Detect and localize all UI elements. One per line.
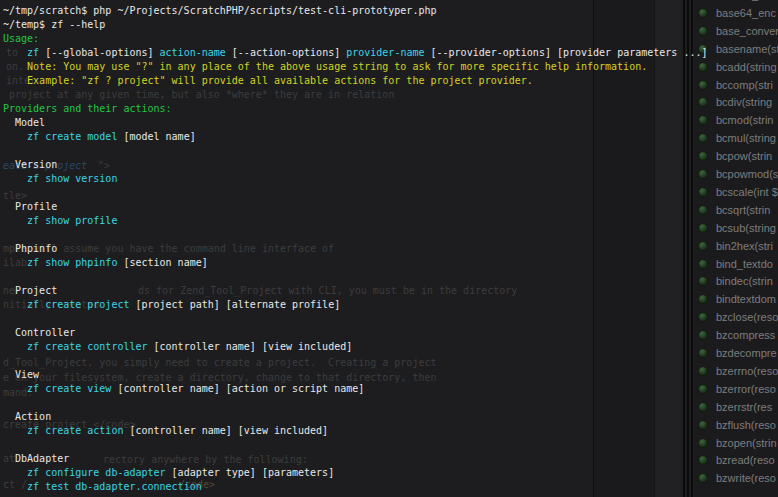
function-name: base_conver	[716, 25, 778, 37]
list-item[interactable]: bcsub(string	[694, 219, 778, 237]
function-name: bzopen(strin	[716, 437, 777, 449]
function-icon	[698, 26, 708, 36]
list-item[interactable]: bcpow(strin	[694, 147, 778, 165]
function-name: base64_enc	[716, 7, 776, 19]
function-list-drawer[interactable]: base64_decbase64_encbase_converbasename(…	[694, 0, 778, 497]
function-icon	[698, 151, 708, 161]
drawer-divider[interactable]	[681, 0, 694, 497]
function-name: bzcompress	[716, 329, 775, 341]
function-name: basename(st	[716, 43, 778, 55]
function-icon	[698, 133, 708, 143]
list-item[interactable]: bccomp(stri	[694, 76, 778, 94]
list-item[interactable]: base64_enc	[694, 4, 778, 22]
list-item[interactable]: bcmod(strin	[694, 111, 778, 129]
function-name: bin2hex(stri	[716, 240, 773, 252]
function-name: bindtextdom	[716, 293, 776, 305]
function-name: bcsub(string	[716, 222, 776, 234]
function-icon	[698, 205, 708, 215]
function-name: bcsqrt(strin	[716, 204, 770, 216]
function-icon	[698, 276, 708, 286]
list-item[interactable]: bcdiv(string	[694, 93, 778, 111]
list-item[interactable]: bzread(reso	[694, 451, 778, 469]
list-item[interactable]: bindec(strin	[694, 272, 778, 290]
function-icon	[698, 330, 708, 340]
list-item[interactable]: bzopen(strin	[694, 434, 778, 452]
function-name: bcadd(string	[716, 61, 777, 73]
function-icon	[698, 312, 708, 322]
function-icon	[698, 80, 708, 90]
function-icon	[698, 348, 708, 358]
list-item[interactable]: bzerror(reso	[694, 380, 778, 398]
function-name: bzerrstr(res	[716, 401, 772, 413]
function-icon	[698, 259, 708, 269]
function-icon	[698, 115, 708, 125]
divider-line	[687, 0, 689, 497]
list-item[interactable]: bcscale(int $	[694, 183, 778, 201]
function-icon	[698, 384, 708, 394]
function-name: bcdiv(string	[716, 96, 772, 108]
divider-line	[691, 0, 693, 497]
list-item[interactable]: base_conver	[694, 22, 778, 40]
function-icon	[698, 187, 708, 197]
list-item[interactable]: bzclose(reso	[694, 308, 778, 326]
editor-scrollbar-track[interactable]	[654, 0, 682, 497]
function-icon	[698, 62, 708, 72]
screen: base64_decbase64_encbase_converbasename(…	[0, 0, 778, 497]
list-item[interactable]: bzflush(reso	[694, 416, 778, 434]
function-name: bcscale(int $	[716, 186, 778, 198]
list-item[interactable]: bindtextdom	[694, 290, 778, 308]
function-name: bcpowmod(s	[716, 168, 778, 180]
list-item[interactable]: bzerrstr(res	[694, 398, 778, 416]
function-name: bccomp(stri	[716, 79, 773, 91]
function-name: bcmul(string	[716, 132, 776, 144]
function-icon	[698, 402, 708, 412]
function-icon	[698, 294, 708, 304]
function-name: bind_textdo	[716, 258, 773, 270]
list-item[interactable]: basename(st	[694, 40, 778, 58]
list-item[interactable]: bzerrno(reso	[694, 362, 778, 380]
list-item[interactable]: bin2hex(stri	[694, 237, 778, 255]
function-icon	[698, 44, 708, 54]
function-name: bzread(reso	[716, 454, 775, 466]
function-icon	[698, 366, 708, 376]
function-name: base64_dec	[716, 0, 776, 1]
function-name: bzclose(reso	[716, 311, 778, 323]
function-name: bcmod(strin	[716, 114, 773, 126]
list-item[interactable]: bcmul(string	[694, 129, 778, 147]
function-name: bzerror(reso	[716, 383, 776, 395]
list-item[interactable]: bcsqrt(strin	[694, 201, 778, 219]
function-icon	[698, 223, 708, 233]
list-item[interactable]: bzwrite(reso	[694, 469, 778, 487]
function-icon	[698, 420, 708, 430]
list-item[interactable]: bind_textdo	[694, 255, 778, 273]
terminal-window-background	[0, 0, 593, 497]
function-icon	[698, 455, 708, 465]
function-icon	[698, 473, 708, 483]
function-name: bzwrite(reso	[716, 472, 776, 484]
function-icon	[698, 438, 708, 448]
function-name: bindec(strin	[716, 275, 773, 287]
function-name: bzflush(reso	[716, 419, 776, 431]
list-item[interactable]: bzcompress	[694, 326, 778, 344]
function-icon	[698, 97, 708, 107]
list-item[interactable]: bcadd(string	[694, 58, 778, 76]
divider-line	[683, 0, 685, 497]
function-name: bzdecompre	[716, 347, 777, 359]
function-icon	[698, 8, 708, 18]
list-item[interactable]: bcpowmod(s	[694, 165, 778, 183]
list-item[interactable]: bzdecompre	[694, 344, 778, 362]
function-icon	[698, 169, 708, 179]
function-name: bcpow(strin	[716, 150, 772, 162]
function-icon	[698, 241, 708, 251]
function-name: bzerrno(reso	[716, 365, 778, 377]
editor-background	[593, 0, 655, 497]
